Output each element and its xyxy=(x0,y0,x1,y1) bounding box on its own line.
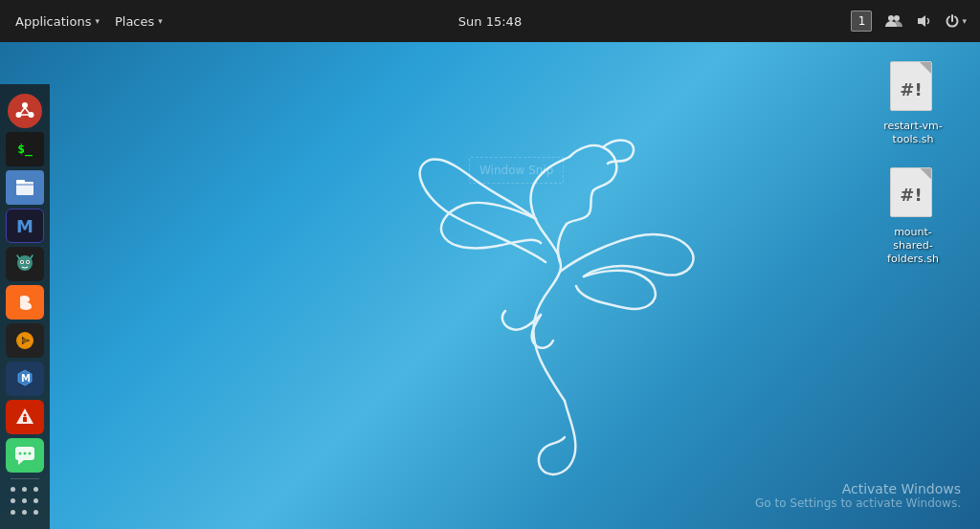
dock-separator xyxy=(11,478,39,479)
dock-item-apps-grid[interactable] xyxy=(6,485,44,519)
svg-marker-2 xyxy=(918,15,925,27)
svg-rect-21 xyxy=(23,417,27,422)
desktop-icon-mount-shared-folders[interactable]: #! mount-shared-folders.sh xyxy=(875,167,951,268)
svg-point-27 xyxy=(29,452,32,455)
apps-grid-icon xyxy=(8,485,42,519)
media-icon xyxy=(12,328,37,353)
dock-item-files[interactable] xyxy=(6,170,44,205)
restart-vm-tools-file-icon: #! xyxy=(890,61,936,115)
svg-point-15 xyxy=(21,261,23,263)
clock[interactable]: Sun 15:48 xyxy=(458,0,522,42)
burpsuite-icon xyxy=(12,290,37,315)
panel-right: 1 ▾ xyxy=(845,0,972,42)
sound-indicator[interactable] xyxy=(910,0,937,42)
svg-rect-11 xyxy=(16,180,25,184)
dock-item-chat[interactable] xyxy=(6,438,44,473)
dock-item-malwarebytes[interactable]: M xyxy=(6,209,44,243)
goblin-icon xyxy=(12,252,37,276)
desktop-icon-restart-vm-tools[interactable]: #! restart-vm-tools.sh xyxy=(875,61,951,148)
power-caret: ▾ xyxy=(962,16,967,26)
people-icon xyxy=(885,13,902,29)
activate-windows-subtitle: Go to Settings to activate Windows. xyxy=(755,496,961,510)
svg-marker-24 xyxy=(18,460,24,465)
places-caret: ▾ xyxy=(158,16,163,26)
kali-dragon-logo xyxy=(392,95,718,477)
armitage-icon xyxy=(12,405,37,430)
workspace-number: 1 xyxy=(851,11,872,32)
mount-shared-folders-label: mount-shared-folders.sh xyxy=(884,225,942,268)
svg-point-16 xyxy=(27,261,29,263)
metasploit-icon: M xyxy=(12,366,37,391)
window-snip-ghost: Window Snip xyxy=(469,157,564,184)
svg-point-4 xyxy=(22,102,28,108)
svg-point-19 xyxy=(22,338,28,343)
volume-icon xyxy=(916,13,931,29)
svg-rect-10 xyxy=(16,182,33,195)
terminal-symbol: $_ xyxy=(17,142,33,156)
top-panel: Applications ▾ Places ▾ Sun 15:48 1 xyxy=(0,0,980,42)
dock-item-goblin[interactable] xyxy=(6,247,44,281)
dock: $_ M xyxy=(0,84,50,529)
applications-label: Applications xyxy=(15,14,91,29)
chat-icon xyxy=(12,443,37,468)
dock-item-ubuntu[interactable] xyxy=(6,94,44,128)
people-indicator[interactable] xyxy=(880,0,908,42)
svg-point-0 xyxy=(888,15,894,21)
dock-item-media[interactable] xyxy=(6,323,44,358)
malware-m: M xyxy=(16,216,33,236)
desktop: Window Snip $_ xyxy=(0,42,980,529)
dock-item-armitage[interactable] xyxy=(6,400,44,434)
svg-point-22 xyxy=(24,414,27,417)
mount-shared-folders-file-icon: #! xyxy=(890,167,936,221)
dock-item-terminal[interactable]: $_ xyxy=(6,132,44,166)
svg-point-25 xyxy=(19,452,22,455)
kali-logo-small xyxy=(14,100,35,121)
places-label: Places xyxy=(115,14,154,29)
restart-vm-tools-label: restart-vm-tools.sh xyxy=(880,119,946,148)
power-icon xyxy=(945,13,960,29)
dock-item-burpsuite[interactable] xyxy=(6,285,44,320)
activate-windows-watermark: Activate Windows Go to Settings to activ… xyxy=(755,481,961,510)
dock-item-metasploit[interactable]: M xyxy=(6,362,44,396)
svg-point-26 xyxy=(24,452,27,455)
workspace-switcher[interactable]: 1 xyxy=(845,0,878,42)
applications-menu[interactable]: Applications ▾ xyxy=(8,0,107,42)
activate-windows-title: Activate Windows xyxy=(755,481,961,496)
svg-point-1 xyxy=(894,15,900,21)
places-menu[interactable]: Places ▾ xyxy=(107,0,170,42)
desktop-icons: #! restart-vm-tools.sh #! mount-shared-f… xyxy=(875,61,951,267)
files-icon xyxy=(13,176,36,199)
svg-text:M: M xyxy=(21,373,31,384)
power-menu[interactable]: ▾ xyxy=(939,0,972,42)
applications-caret: ▾ xyxy=(95,16,100,26)
